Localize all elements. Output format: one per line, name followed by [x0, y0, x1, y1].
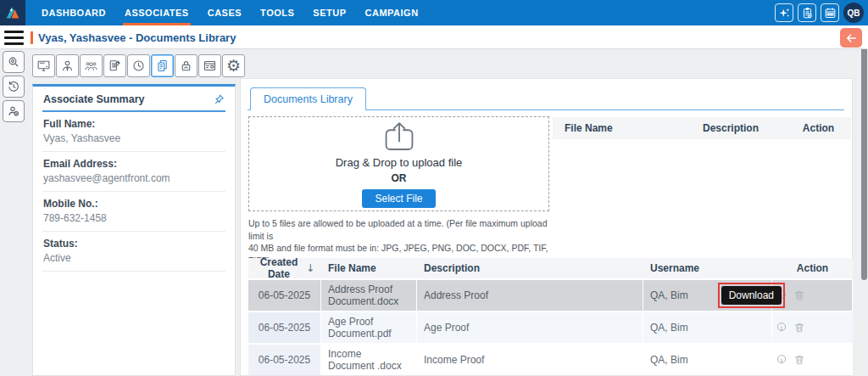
delete-icon[interactable]	[793, 289, 805, 301]
download-icon[interactable]	[776, 322, 787, 334]
table-row[interactable]: 06-05-2025 Address Proof Document.docx A…	[248, 278, 853, 311]
history-icon	[7, 80, 20, 93]
toolbar-button-lock[interactable]	[175, 54, 198, 77]
drag-drop-text: Drag & Drop to upload file	[336, 156, 463, 169]
associate-toolbar: ⚙	[32, 54, 245, 77]
top-nav-bar: DASHBOARD ASSOCIATES CASES TOOLS SETUP C…	[0, 0, 868, 25]
clipboard-plus-icon	[801, 7, 814, 20]
delete-icon[interactable]	[793, 322, 805, 334]
summary-field-mobile: Mobile No.: 789-632-1458	[42, 192, 225, 232]
documents-icon	[155, 59, 170, 73]
main-nav: DASHBOARD ASSOCIATES CASES TOOLS SETUP C…	[32, 0, 428, 25]
row-actions	[772, 345, 853, 375]
or-text: OR	[392, 172, 407, 184]
sparkle-icon	[778, 7, 791, 20]
scrollbar-thumb[interactable]	[861, 39, 867, 280]
arrow-left-icon	[844, 31, 858, 45]
search-associate-button[interactable]	[3, 51, 25, 73]
notes-add-button[interactable]	[798, 3, 816, 22]
nav-item-dashboard[interactable]: DASHBOARD	[32, 0, 115, 25]
desktop-icon	[36, 59, 51, 73]
select-file-button[interactable]: Select File	[362, 189, 435, 208]
grid-header-description[interactable]: Description	[417, 258, 643, 278]
toolbar-button-documents-library[interactable]	[151, 54, 174, 77]
vertical-scrollbar[interactable]	[861, 27, 867, 376]
title-accent-bar	[31, 31, 33, 44]
upload-dropzone[interactable]: Drag & Drop to upload file OR Select Fil…	[248, 116, 549, 211]
group-icon	[84, 59, 98, 73]
toolbar-button-person[interactable]	[56, 54, 79, 77]
back-button[interactable]	[840, 28, 862, 48]
add-associate-button[interactable]	[3, 100, 25, 122]
toolbar-button-group[interactable]	[80, 54, 103, 77]
nav-utility-cluster: QB	[775, 3, 868, 23]
summary-field-email: Email Address: yashasvee@agentfront.com	[42, 152, 225, 192]
sort-descending-icon: ↓	[306, 262, 314, 274]
toolbar-button-desktop[interactable]	[32, 54, 55, 77]
pin-icon[interactable]	[213, 93, 225, 105]
table-row[interactable]: 06-05-2025 Income Document .docx Income …	[248, 343, 853, 376]
pending-header-action: Action	[786, 122, 851, 134]
toolbar-button-settings[interactable]: ⚙	[222, 54, 245, 77]
summary-field-status: Status: Active	[42, 232, 225, 272]
browser-list-icon	[203, 59, 217, 73]
toolbar-button-browser-list[interactable]	[198, 54, 221, 77]
ai-sparkle-button[interactable]	[775, 3, 793, 22]
download-tooltip[interactable]: Download	[721, 286, 782, 305]
gear-icon: ⚙	[226, 58, 241, 74]
associate-summary-panel: Associate Summary Full Name: Vyas, Yasha…	[32, 84, 236, 376]
calendar-icon	[824, 7, 837, 20]
grid-header-file-name[interactable]: File Name	[321, 258, 417, 278]
nav-item-tools[interactable]: TOOLS	[251, 0, 303, 25]
page-title: Vyas, Yashasvee - Documents Library	[38, 31, 236, 44]
nav-item-setup[interactable]: SETUP	[303, 0, 355, 25]
grid-header-action: Action	[772, 258, 853, 278]
history-button[interactable]	[3, 76, 25, 98]
documents-grid: Created Date ↓ File Name Description Use…	[248, 258, 853, 376]
documents-library-panel: Documents Library Drag & Drop to upload …	[240, 78, 853, 376]
grid-header-row: Created Date ↓ File Name Description Use…	[248, 258, 853, 278]
pending-files-table: File Name Description Action	[553, 117, 851, 139]
lock-icon	[179, 59, 193, 73]
document-edit-icon	[108, 59, 122, 73]
row-actions	[772, 312, 853, 343]
hamburger-menu-button[interactable]	[4, 31, 24, 45]
pending-header-description: Description	[676, 122, 786, 134]
tab-documents-library[interactable]: Documents Library	[250, 87, 366, 110]
download-icon[interactable]	[776, 354, 787, 366]
nav-item-campaign[interactable]: CAMPAIGN	[356, 0, 428, 25]
person-icon	[60, 59, 75, 73]
person-add-icon	[7, 104, 20, 118]
download-tooltip-highlight: Download	[718, 283, 785, 308]
grid-header-created-date[interactable]: Created Date ↓	[248, 258, 321, 278]
app-logo[interactable]	[0, 0, 25, 25]
summary-field-full-name: Full Name: Vyas, Yashasvee	[42, 112, 225, 152]
logo-icon	[3, 3, 22, 22]
nav-item-associates[interactable]: ASSOCIATES	[115, 0, 198, 25]
grid-header-username[interactable]: Username	[643, 258, 772, 278]
toolbar-button-document-edit[interactable]	[103, 54, 126, 77]
search-icon	[7, 55, 20, 69]
toolbar-button-clock[interactable]	[127, 54, 150, 77]
calendar-button[interactable]	[821, 3, 839, 22]
user-avatar[interactable]: QB	[843, 3, 864, 23]
nav-item-cases[interactable]: CASES	[198, 0, 251, 25]
page-title-bar: Vyas, Yashasvee - Documents Library	[0, 25, 868, 49]
pending-header-file-name: File Name	[553, 122, 676, 134]
delete-icon[interactable]	[793, 354, 805, 366]
table-row[interactable]: 06-05-2025 Age Proof Document.pdf Age Pr…	[248, 311, 853, 343]
clock-icon	[131, 59, 146, 73]
upload-icon	[380, 120, 419, 154]
pending-files-header: File Name Description Action	[553, 117, 851, 139]
associate-summary-title: Associate Summary	[43, 93, 145, 105]
